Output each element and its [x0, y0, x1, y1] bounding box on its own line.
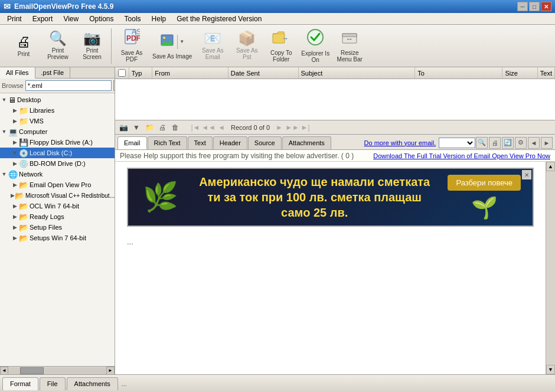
nav-next-next-btn[interactable]: ►►: [286, 122, 298, 133]
menu-print[interactable]: Print: [2, 14, 27, 24]
expand-bdrom[interactable]: ▶: [11, 159, 19, 168]
ad-link[interactable]: Do more with your email.: [364, 139, 436, 146]
expand-local-disk-c[interactable]: ▼: [11, 149, 19, 157]
ad-learn-more-button[interactable]: Разбери повече: [448, 175, 521, 191]
col-header-subject[interactable]: Subject: [299, 67, 416, 79]
filter-input[interactable]: [25, 80, 112, 91]
menu-help[interactable]: Help: [147, 14, 171, 24]
tree-item-computer[interactable]: ▼ 💻 Computer: [0, 126, 115, 137]
minimize-button[interactable]: ─: [517, 2, 528, 11]
col-header-size[interactable]: Size: [502, 67, 537, 79]
expand-computer[interactable]: ▼: [0, 128, 8, 136]
nav-print-btn[interactable]: 🖨: [156, 122, 168, 133]
viewer-ctrl-next[interactable]: ►: [541, 137, 553, 149]
sidebar-tab-pst[interactable]: .pst File: [35, 67, 71, 78]
tree-item-libraries[interactable]: ▶ 📁 Libraries: [0, 105, 115, 116]
viewer-tab-rich-text[interactable]: Rich Text: [148, 136, 187, 149]
menu-options[interactable]: Options: [84, 14, 118, 24]
tree-item-setup-files[interactable]: ▶ 📂 Setup Files: [0, 222, 115, 233]
expand-vms[interactable]: ▶: [11, 117, 19, 125]
scroll-track[interactable]: [8, 367, 106, 374]
viewer-tab-email[interactable]: Email: [117, 136, 147, 149]
resize-menu-bar-button[interactable]: ↔ Resize Menu Bar: [333, 30, 366, 63]
nav-folder-btn[interactable]: 📁: [143, 122, 155, 133]
trial-link[interactable]: Download The Full Trial Version of Email…: [373, 152, 550, 159]
tree-item-local-disk-c[interactable]: ▼ 💿 Local Disk (C:): [0, 148, 115, 158]
scroll-down-arrow[interactable]: ▼: [546, 365, 555, 374]
select-all-checkbox[interactable]: [118, 69, 126, 77]
nav-prev-prev-btn[interactable]: ◄◄: [203, 122, 214, 133]
viewer-tab-source[interactable]: Source: [248, 136, 282, 149]
viewer-ctrl-print[interactable]: 🖨: [489, 137, 501, 149]
nav-camera-btn[interactable]: 📷: [117, 122, 129, 133]
maximize-button[interactable]: □: [529, 2, 540, 11]
col-header-typ[interactable]: Typ: [129, 67, 153, 79]
nav-first-btn[interactable]: |◄: [190, 122, 201, 133]
expand-network[interactable]: ▼: [0, 170, 8, 178]
status-tab-file[interactable]: File: [40, 377, 66, 390]
expand-ready-logs[interactable]: ▶: [11, 213, 19, 221]
viewer-ctrl-refresh[interactable]: 🔄: [502, 137, 514, 149]
save-pdf-button[interactable]: PDF AS Save As PDF: [115, 30, 148, 63]
ad-close-button[interactable]: ✕: [522, 170, 531, 179]
nav-trash-btn[interactable]: 🗑: [169, 122, 181, 133]
expand-libraries[interactable]: ▶: [11, 106, 19, 115]
nav-last-btn[interactable]: ►|: [299, 122, 311, 133]
tree-item-ready-logs[interactable]: ▶ 📂 Ready Logs: [0, 211, 115, 222]
ad-dropdown[interactable]: [439, 138, 475, 148]
scroll-right-arrow[interactable]: ►: [106, 367, 115, 375]
tree-item-floppy[interactable]: ▶ 💾 Floppy Disk Drive (A:): [0, 137, 115, 148]
scroll-up-arrow[interactable]: ▲: [546, 162, 555, 171]
expand-floppy[interactable]: ▶: [11, 138, 19, 146]
nav-prev-btn[interactable]: ◄: [216, 122, 227, 133]
scroll-thumb[interactable]: [20, 367, 44, 374]
col-header-date[interactable]: Date Sent: [228, 67, 299, 79]
viewer-tab-header[interactable]: Header: [213, 136, 247, 149]
expand-ocl[interactable]: ▶: [11, 202, 19, 210]
scroll-track-vertical[interactable]: [546, 171, 555, 365]
nav-filter-btn[interactable]: ▼: [130, 122, 142, 133]
col-header-from[interactable]: From: [152, 67, 228, 79]
close-button[interactable]: ✕: [541, 2, 551, 11]
expand-desktop[interactable]: ▼: [0, 96, 8, 104]
col-check[interactable]: [115, 67, 129, 79]
tree-item-desktop[interactable]: ▼ 🖥 Desktop: [0, 94, 115, 105]
save-email-button[interactable]: 📧 Save As Email: [196, 30, 229, 63]
tree-item-email-open-view-pro[interactable]: ▶ 📂 Email Open View Pro: [0, 179, 115, 190]
tree-item-msvc[interactable]: ▶ 📂 Microsoft Visual C++ Redistribut...: [0, 190, 115, 201]
status-tab-format[interactable]: Format: [2, 377, 38, 390]
viewer-ctrl-settings[interactable]: ⚙: [515, 137, 527, 149]
save-pst-button[interactable]: 📦 Save As Pst: [230, 30, 263, 63]
menu-tools[interactable]: Tools: [120, 14, 146, 24]
menu-register[interactable]: Get the Registered Version: [172, 14, 266, 24]
tree-item-vms[interactable]: ▶ 📁 VMS: [0, 116, 115, 126]
scroll-left-arrow[interactable]: ◄: [0, 367, 8, 375]
print-preview-button[interactable]: 🔍 Print Preview: [41, 30, 74, 63]
tree-item-network[interactable]: ▼ 🌐 Network: [0, 169, 115, 179]
viewer-tab-attachments[interactable]: Attachments: [282, 136, 331, 149]
sidebar-tab-all-files[interactable]: All Files: [0, 67, 35, 79]
expand-setup-files[interactable]: ▶: [11, 223, 19, 231]
col-header-to[interactable]: To: [415, 67, 502, 79]
expand-setups-win7[interactable]: ▶: [11, 234, 19, 242]
tree-item-setups-win7[interactable]: ▶ 📂 Setups Win 7 64-bit: [0, 233, 115, 243]
print-screen-button[interactable]: 📷 Print Screen: [76, 30, 109, 63]
copy-to-folder-button[interactable]: → Copy To Folder: [265, 30, 298, 63]
save-image-button[interactable]: ▼ Save As Image: [149, 30, 195, 63]
viewer-tab-text[interactable]: Text: [188, 136, 213, 149]
expand-msvc[interactable]: ▶: [11, 191, 15, 200]
nav-next-btn[interactable]: ►: [273, 122, 285, 133]
print-button[interactable]: 🖨 Print: [7, 30, 40, 63]
tree-item-bdrom[interactable]: ▶ 💿 BD-ROM Drive (D:): [0, 158, 115, 169]
viewer-ctrl-search[interactable]: 🔍: [476, 137, 488, 149]
menu-export[interactable]: Export: [28, 14, 58, 24]
viewer-scrollbar[interactable]: ▲ ▼: [546, 162, 555, 374]
save-image-dropdown-arrow[interactable]: ▼: [177, 35, 184, 49]
col-header-text[interactable]: Text: [538, 67, 555, 79]
menu-view[interactable]: View: [58, 14, 83, 24]
explorer-is-on-button[interactable]: Explorer Is On: [299, 30, 332, 63]
status-tab-attachments[interactable]: Attachments: [67, 377, 118, 390]
tree-item-ocl[interactable]: ▶ 📂 OCL Win 7 64-bit: [0, 201, 115, 211]
expand-email-open-view-pro[interactable]: ▶: [11, 181, 19, 189]
viewer-ctrl-prev[interactable]: ◄: [528, 137, 540, 149]
